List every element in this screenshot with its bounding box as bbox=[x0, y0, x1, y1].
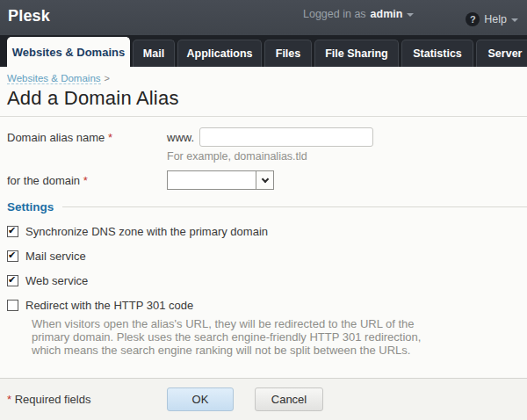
title-divider bbox=[0, 116, 527, 117]
breadcrumb: Websites & Domains> bbox=[7, 73, 520, 83]
settings-heading: Settings bbox=[7, 200, 54, 214]
checkbox-row-web-service[interactable]: Web service bbox=[7, 274, 520, 287]
tab-applications[interactable]: Applications bbox=[177, 40, 262, 67]
top-bar: Plesk Logged in as admin ? Help bbox=[0, 0, 527, 35]
page-title: Add a Domain Alias bbox=[7, 87, 520, 110]
breadcrumb-link-websites-domains[interactable]: Websites & Domains bbox=[7, 73, 101, 84]
settings-divider bbox=[62, 206, 527, 207]
username: admin bbox=[371, 8, 403, 20]
redirect-301-checkbox[interactable] bbox=[7, 300, 18, 311]
alias-name-input[interactable] bbox=[199, 127, 373, 147]
logged-in-status: Logged in as admin bbox=[303, 8, 414, 20]
www-prefix: www. bbox=[167, 127, 194, 144]
select-arrow-button bbox=[256, 171, 273, 189]
domain-alias-form: Domain alias name * www. For example, do… bbox=[7, 127, 520, 190]
page-content: Websites & Domains> Add a Domain Alias D… bbox=[0, 67, 527, 357]
help-label: Help bbox=[484, 13, 507, 25]
cancel-button[interactable]: Cancel bbox=[255, 387, 323, 411]
redirect-301-description: When visitors open the alias's URL, they… bbox=[32, 317, 422, 357]
domain-select[interactable] bbox=[167, 170, 274, 190]
required-asterisk: * bbox=[7, 393, 11, 406]
tab-file-sharing[interactable]: File Sharing bbox=[314, 40, 399, 67]
help-menu[interactable]: ? Help bbox=[466, 12, 518, 26]
for-domain-row: for the domain * bbox=[7, 170, 520, 190]
breadcrumb-separator: > bbox=[105, 73, 110, 83]
alias-name-label: Domain alias name * bbox=[7, 127, 167, 144]
web-service-checkbox[interactable] bbox=[7, 275, 18, 286]
for-domain-label: for the domain * bbox=[7, 170, 167, 187]
checkbox-row-sync-dns[interactable]: Synchronize DNS zone with the primary do… bbox=[7, 225, 520, 238]
required-asterisk: * bbox=[108, 131, 112, 144]
plesk-logo: Plesk bbox=[8, 7, 50, 25]
main-tabs: Websites & Domains Mail Applications Fil… bbox=[0, 35, 527, 67]
ok-button[interactable]: OK bbox=[167, 387, 234, 411]
chevron-down-icon bbox=[261, 175, 268, 182]
plesk-window: Plesk Logged in as admin ? Help Websites… bbox=[0, 0, 527, 420]
required-asterisk: * bbox=[83, 174, 88, 187]
chevron-down-icon bbox=[511, 18, 518, 22]
checkbox-row-redirect-301[interactable]: Redirect with the HTTP 301 code bbox=[7, 299, 520, 312]
tab-files[interactable]: Files bbox=[264, 40, 312, 67]
user-menu[interactable]: admin bbox=[371, 8, 415, 20]
tab-statistics[interactable]: Statistics bbox=[401, 40, 473, 67]
sync-dns-label[interactable]: Synchronize DNS zone with the primary do… bbox=[25, 225, 268, 238]
chevron-down-icon bbox=[407, 13, 414, 17]
mail-service-checkbox[interactable] bbox=[7, 250, 18, 262]
tab-server[interactable]: Server bbox=[476, 40, 527, 67]
mail-service-label[interactable]: Mail service bbox=[25, 250, 86, 263]
checkbox-row-mail-service[interactable]: Mail service bbox=[7, 250, 520, 263]
redirect-301-label[interactable]: Redirect with the HTTP 301 code bbox=[25, 299, 193, 312]
settings-section-header: Settings bbox=[7, 200, 527, 214]
form-footer: * Required fields OK Cancel bbox=[0, 378, 527, 420]
sync-dns-checkbox[interactable] bbox=[7, 226, 18, 237]
alias-name-hint: For example, domainalias.tld bbox=[167, 150, 520, 163]
logged-in-label: Logged in as bbox=[303, 8, 366, 20]
alias-name-row: Domain alias name * www. bbox=[7, 127, 520, 147]
tab-websites-domains[interactable]: Websites & Domains bbox=[7, 37, 130, 67]
tab-mail[interactable]: Mail bbox=[133, 40, 175, 67]
question-circle-icon: ? bbox=[466, 12, 480, 26]
web-service-label[interactable]: Web service bbox=[25, 274, 88, 287]
required-fields-note: * Required fields bbox=[7, 393, 90, 406]
